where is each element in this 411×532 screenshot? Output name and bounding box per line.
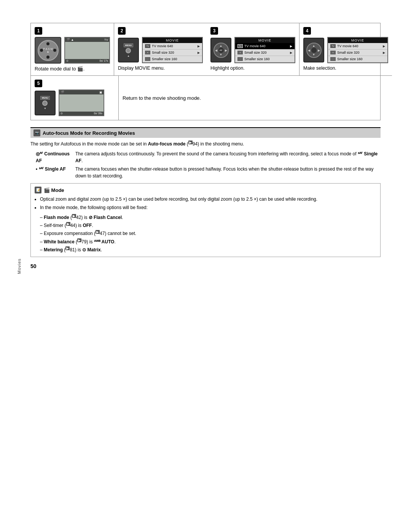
menu-item-step3-2: ▪ Small size 320 ▶ (235, 50, 295, 56)
menu-label-step4-3: Smaller size 160 (337, 57, 363, 61)
menu-label-step4-2: Small size 320 (337, 51, 360, 54)
note-icon: 📝 (35, 187, 41, 193)
nav-right-step4: ▶ (318, 48, 320, 52)
step-3-content: ▲ ▼ ◀ ▶ AF MOVIE TV TV movie 640 (210, 37, 295, 63)
bottom-bar-step1: ⊙ 0s/ 17s (65, 59, 109, 63)
step-2-caption: Display MOVIE menu. (118, 66, 203, 71)
step-3-caption: Highlight option. (210, 66, 295, 71)
arrow-icon-step5: ▼ (44, 107, 46, 110)
af-term-1: ◎ᴬᶠ Continuous AF (36, 150, 74, 164)
menu-arrow-step4-1: ▶ (383, 45, 385, 48)
menu-icon-smaller-step4: · (330, 57, 336, 61)
step-5-cell: 5 MENU ▼ 🎬 ▣ (31, 76, 119, 120)
menu-screen-step3: MOVIE TV TV movie 640 ▶ ▪ Small size 320… (234, 37, 295, 63)
dial-dot-left (40, 49, 43, 52)
note-dash-2: Self-timer (▶44) is OFF. (40, 221, 376, 229)
menu-btn-step5: MENU (40, 96, 50, 100)
menu-label-step2-2: Small size 320 (152, 51, 174, 54)
af-def-2: The camera focuses when the shutter-rele… (75, 166, 381, 179)
status-bar-step5: 🎬 ▣ (59, 90, 104, 94)
note-bullet-1: Optical zoom and digital zoom (up to 2.5… (40, 196, 376, 203)
menu-item-step2-2: ▪ Small size 320 ▶ (143, 50, 202, 56)
nav-left-step3: ◀ (215, 48, 217, 52)
step-5-content: MENU ▼ 🎬 ▣ ⊙ 0s/ 39s (35, 89, 115, 116)
menu-item-step3-3: · Smaller size 160 (235, 56, 295, 62)
af-term-2: • ˢᴬᶠ Single AF (36, 166, 74, 179)
nav-center-step4 (311, 48, 317, 53)
camera-body-step2: MENU ▲ (118, 38, 139, 62)
menu-label-step3-3: Smaller size 160 (244, 57, 270, 61)
menu-item-step4-1: TV TV movie 640 ▶ (328, 43, 387, 50)
menu-item-step3-1: TV TV movie 640 ▶ (235, 43, 295, 50)
nav-pad-step3: ▲ ▼ ◀ ▶ AF (213, 43, 229, 58)
step-5-badge: 5 (35, 80, 42, 87)
bottom-time-step5: 0s/ 39s (94, 112, 102, 115)
step-2-badge: 2 (118, 27, 126, 35)
note-dash-list: Flash mode (▶42) is ⊘ Flash Cancel. Self… (40, 213, 376, 254)
dial-dot-right (53, 49, 56, 52)
menu-icon-small-step2: ▪ (145, 51, 150, 54)
note-bullets: Optical zoom and digital zoom (up to 2.5… (40, 196, 376, 211)
af-def-1: The camera adjusts focus continuously. T… (75, 150, 381, 164)
menu-label-step3-1: TV movie 640 (244, 44, 266, 48)
menu-arrow-step3-1: ▶ (290, 45, 292, 48)
note-dash-1: Flash mode (▶42) is ⊘ Flash Cancel. (40, 213, 376, 221)
autofocus-intro: The setting for Autofocus in the movie m… (30, 140, 381, 147)
status-tv-step5: ▣ (99, 91, 102, 94)
menu-label-step2-1: TV movie 640 (152, 44, 173, 48)
step-4-cell: 4 ▲ ▼ ◀ ▶ MOVIE (299, 23, 392, 75)
menu-item-step2-3: · Smaller size 160 (143, 56, 202, 62)
bottom-icon-step5: ⊙ (61, 112, 63, 115)
status-bar-step1: 🎬 ▲ TV (65, 38, 109, 42)
menu-arrow-step3-2: ▶ (290, 51, 292, 54)
page-number: 50 (30, 263, 381, 269)
menu-item-step4-3: · Smaller size 160 (328, 56, 387, 62)
camera-screen-step5: 🎬 ▣ ⊙ 0s/ 39s (59, 89, 104, 116)
note-dash-4: White balance (▶79) is ᴬᵂᴮ AUTO. (40, 238, 376, 246)
sidebar-label: Movies (17, 258, 21, 274)
menu-arrow-step4-2: ▶ (383, 51, 385, 54)
ok-btn-step5 (42, 101, 48, 106)
bottom-bar-step5: ⊙ 0s/ 39s (59, 112, 104, 115)
menu-item-step2-1: TV TV movie 640 ▶ (143, 43, 202, 50)
dial-dot-top (46, 42, 49, 45)
menu-label-step3-2: Small size 320 (244, 51, 267, 54)
note-dash-3: Exposure compensation (▶47) cannot be se… (40, 229, 376, 237)
status-tv-step1: TV (104, 38, 108, 42)
menu-label-step2-3: Smaller size 160 (152, 57, 177, 61)
steps-row-3: 5 MENU ▼ 🎬 ▣ (31, 76, 207, 120)
menu-btn-step2: MENU (124, 43, 134, 47)
autofocus-items: ◎ᴬᶠ Continuous AF The camera adjusts foc… (30, 150, 381, 179)
step-1-badge: 1 (35, 27, 42, 35)
menu-icon-tv-step3: TV (237, 44, 243, 48)
step-5-return-text: Return to the movie shooting mode. (119, 76, 207, 120)
menu-item-step4-2: ▪ Small size 320 ▶ (328, 50, 387, 56)
menu-title-step2: MOVIE (143, 38, 202, 43)
af-label-step3: AF (220, 49, 223, 51)
dial-labels: P A S M▲ (43, 48, 53, 53)
menu-title-step4: MOVIE (328, 38, 387, 43)
note-bullet-2: In the movie mode, the following options… (40, 204, 376, 211)
page-content: 1 P A S M▲ (30, 23, 381, 269)
return-text: Return to the movie shooting mode. (123, 95, 201, 101)
menu-icon-tv-step4: TV (330, 44, 336, 48)
menu-icon-smaller-step3: · (237, 57, 243, 61)
ok-btn-step2 (126, 48, 131, 53)
dial-circle: P A S M▲ (38, 40, 59, 61)
steps-row-2: 3 ▲ ▼ ◀ ▶ AF (207, 23, 392, 76)
camera-buttons-step5: MENU ▼ (40, 96, 50, 110)
step-4-badge: 4 (303, 27, 311, 35)
menu-screen-step4: MOVIE TV TV movie 640 ▶ ▪ Small size 320… (327, 37, 388, 63)
menu-arrow-step2-2: ▶ (198, 51, 200, 54)
autofocus-title: Auto-focus Mode for Recording Movies (43, 130, 135, 136)
autofocus-icon: 📷 (33, 129, 40, 136)
af-item-2: • ˢᴬᶠ Single AF The camera focuses when … (36, 166, 381, 179)
camera-body-step4: ▲ ▼ ◀ ▶ (303, 38, 324, 62)
steps-grid: 1 P A S M▲ (30, 23, 381, 120)
menu-arrow-step2-1: ▶ (198, 45, 200, 48)
menu-icon-smaller-step2: · (145, 57, 150, 61)
nav-left-step4: ◀ (308, 48, 310, 52)
step-4-caption: Make selection. (303, 66, 388, 71)
note-header: 📝 🎬 Mode (35, 187, 376, 193)
nav-pad-step4: ▲ ▼ ◀ ▶ (306, 43, 322, 58)
